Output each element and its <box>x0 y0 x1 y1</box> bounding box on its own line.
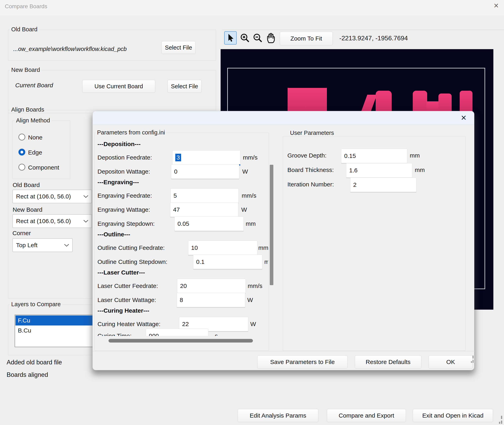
user-param-unit: mm <box>410 152 420 159</box>
copper-trace <box>376 91 392 112</box>
parameters-dialog: × Parameters from config.ini ---Depositi… <box>92 111 474 370</box>
deposition-feedrate-input[interactable]: 3 <box>172 150 241 166</box>
board-thickness-input[interactable]: 1.6 <box>346 163 412 178</box>
align-boards-group-label: Align Boards <box>10 106 46 113</box>
align-method-radio-none[interactable] <box>19 134 25 140</box>
align-method-radio-none-label: None <box>28 134 43 141</box>
copper-trace <box>426 101 439 112</box>
old-board-select-file-button[interactable]: Select File <box>161 41 196 54</box>
param-unit: mm/s <box>242 192 256 199</box>
section-header: ---Laser Cutter--- <box>98 269 145 276</box>
param-label: Curing Heater Wattage: <box>98 321 160 327</box>
params-horizontal-scrollbar[interactable] <box>109 339 253 343</box>
zoom-in-tool-icon[interactable] <box>239 32 251 44</box>
magnifier-plus-icon <box>240 33 250 43</box>
chevron-down-icon <box>83 195 89 198</box>
iteration-number-input[interactable]: 2 <box>350 178 416 192</box>
copper-trace <box>413 91 427 112</box>
param-unit: W <box>247 297 253 303</box>
window-titlebar <box>0 0 504 16</box>
param-unit: mm <box>264 259 268 265</box>
save-parameters-button[interactable]: Save Parameters to File <box>257 355 347 369</box>
window-close-icon[interactable]: × <box>491 0 501 11</box>
copper-trace <box>439 93 452 112</box>
section-header: ---Outline--- <box>98 231 130 238</box>
align-method-radio-component-label: Component <box>28 164 59 171</box>
align-method-radio-edge-label: Edge <box>28 149 42 156</box>
align-old-board-dropdown[interactable]: Rect at (106.0, 56.0) <box>13 190 92 203</box>
param-label: Engraving Stepdown: <box>98 220 155 227</box>
chevron-down-icon <box>83 219 89 223</box>
curing-time-input[interactable]: 900 <box>146 329 208 336</box>
user-param-label: Board Thickness: <box>288 166 334 173</box>
magnifier-minus-icon <box>253 33 263 43</box>
section-header: ---Deposition--- <box>98 141 141 147</box>
param-label: Depostion Feedrate: <box>98 154 152 161</box>
outline-feedrate-input[interactable]: 10 <box>188 241 257 255</box>
groove-depth-input[interactable]: 0.15 <box>341 149 407 163</box>
param-label: Outline Cutting Feedrate: <box>98 244 165 251</box>
toolbar-separator <box>222 30 504 30</box>
align-method-radio-component[interactable] <box>19 164 25 171</box>
ok-button[interactable]: OK <box>429 355 473 369</box>
old-board-path: ...ow_example\workflow\workflow.kicad_pc… <box>13 46 127 52</box>
param-label: Outline Cutting Stepdown: <box>98 259 167 265</box>
edit-analysis-params-button[interactable]: Edit Analysis Params <box>238 409 318 422</box>
align-method-group-label: Align Method <box>14 117 52 124</box>
compare-and-export-button[interactable]: Compare and Export <box>327 409 406 422</box>
param-label: Laser Cutter Wattage: <box>98 297 156 303</box>
section-header: ---Curing Heater--- <box>98 307 149 314</box>
deposition-wattage-input[interactable]: 0 <box>171 164 239 179</box>
engraving-feedrate-input[interactable]: 5 <box>170 188 239 203</box>
compare-boards-window: Compare Boards × Old Board ...ow_example… <box>0 0 504 425</box>
window-title: Compare Boards <box>5 3 47 10</box>
current-board-label: Current Board <box>15 82 53 89</box>
use-current-board-button[interactable]: Use Current Board <box>82 80 155 93</box>
corner-dropdown[interactable]: Top Left <box>13 238 72 252</box>
param-unit: s <box>215 332 218 336</box>
copper-trace <box>460 91 472 112</box>
config-params-viewport: ---Deposition--- Depostion Feedrate: 3 m… <box>95 133 268 336</box>
corner-label: Corner <box>13 230 31 237</box>
align-method-radio-edge[interactable] <box>19 149 25 155</box>
cursor-arrow-icon <box>227 33 234 42</box>
section-header: ---Engraving--- <box>98 179 139 186</box>
param-label: Engraving Wattage: <box>98 206 150 213</box>
user-param-unit: mm <box>415 166 425 173</box>
param-label: Laser Cutter Feedrate: <box>98 283 158 289</box>
user-params-group-label: User Parameters <box>288 130 335 136</box>
user-param-label: Groove Depth: <box>288 152 327 159</box>
align-old-board-dropdown-value: Rect at (106.0, 56.0) <box>16 193 71 200</box>
restore-defaults-button[interactable]: Restore Defaults <box>355 355 421 369</box>
status-line-1: Added old board file <box>7 359 62 366</box>
exit-open-kicad-button[interactable]: Exit and Open in Kicad <box>413 409 493 422</box>
param-unit: W <box>241 206 247 213</box>
zoom-to-fit-button[interactable]: Zoom To Fit <box>280 32 333 45</box>
select-tool-button[interactable] <box>224 31 237 45</box>
laser-feedrate-input[interactable]: 20 <box>177 279 246 293</box>
engraving-stepdown-input[interactable]: 0.05 <box>175 217 244 231</box>
align-new-board-dropdown[interactable]: Rect at (106.0, 56.0) <box>13 214 92 228</box>
zoom-out-tool-icon[interactable] <box>252 32 263 44</box>
engraving-wattage-input[interactable]: 47 <box>170 202 238 217</box>
dialog-footer-separator <box>93 351 475 351</box>
user-param-label: Iteration Number: <box>288 181 334 188</box>
new-board-select-file-button[interactable]: Select File <box>167 80 202 93</box>
pan-tool-icon[interactable] <box>265 32 277 44</box>
outline-stepdown-input[interactable]: 0.1 <box>193 255 262 269</box>
dialog-titlebar <box>93 111 474 125</box>
laser-wattage-input[interactable]: 8 <box>177 293 245 307</box>
align-new-board-label: New Board <box>13 206 42 213</box>
status-line-2: Boards aligned <box>7 371 48 379</box>
params-vertical-scrollbar[interactable] <box>270 165 273 285</box>
param-unit: mm/s <box>248 283 262 289</box>
param-label: Curing Time: <box>98 332 131 336</box>
copper-trace <box>288 88 327 112</box>
param-label: Depositon Wattage: <box>98 168 150 175</box>
align-old-board-label: Old Board <box>13 182 40 188</box>
param-label: Engraving Feedrate: <box>98 192 152 199</box>
old-board-group-label: Old Board <box>10 26 39 33</box>
dialog-close-icon[interactable]: × <box>458 112 469 124</box>
param-unit: mm/s <box>243 154 257 161</box>
param-unit: W <box>242 168 248 175</box>
